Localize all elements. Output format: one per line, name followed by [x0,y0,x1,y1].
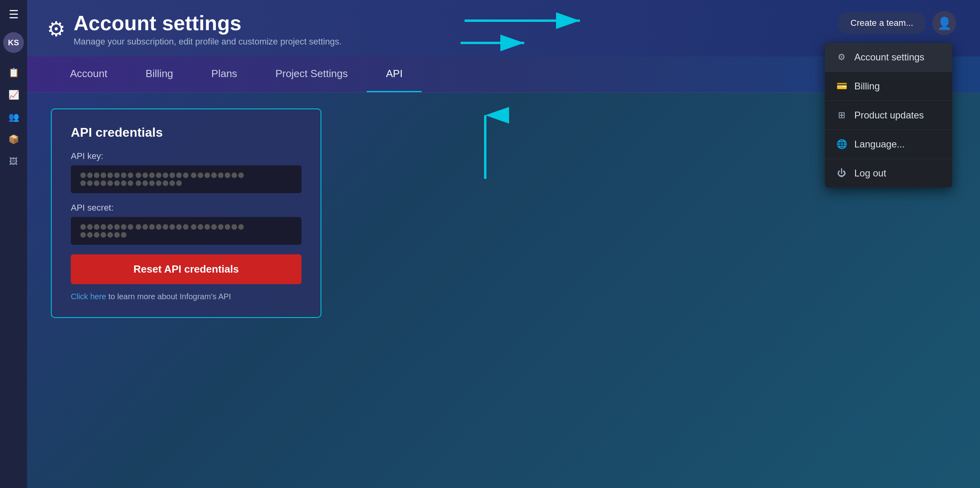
billing-icon: 💳 [836,81,847,91]
api-secret-value [80,224,292,238]
tab-account[interactable]: Account [51,56,126,92]
api-card-title: API credentials [71,125,301,140]
api-credentials-card: API credentials API key: [51,108,321,318]
user-avatar-sidebar[interactable]: KS [3,32,24,53]
sidebar-item-analytics[interactable]: 📈 [5,86,22,104]
dropdown-item-language[interactable]: 🌐 Language... [825,130,952,159]
api-secret-field [71,217,301,245]
tab-plans[interactable]: Plans [192,56,256,92]
api-secret-label: API secret: [71,203,301,213]
logout-icon: ⏻ [836,168,847,178]
page-header: ⚙ Account settings Manage your subscript… [27,0,980,56]
create-team-button[interactable]: Create a team... [838,12,926,34]
tab-billing[interactable]: Billing [126,56,192,92]
sidebar: ☰ KS 📋 📈 👥 📦 🖼 [0,0,27,488]
dropdown-label-account-settings: Account settings [854,52,924,63]
tab-api[interactable]: API [367,56,422,92]
sidebar-item-media[interactable]: 🖼 [5,153,22,170]
header-right: Create a team... 👤 ⚙ Account settings 💳 … [838,11,956,35]
sidebar-item-objects[interactable]: 📦 [5,131,22,148]
dropdown-item-billing[interactable]: 💳 Billing [825,72,952,101]
gear-icon: ⚙ [47,17,66,41]
api-key-value [80,172,292,186]
sidebar-item-inbox[interactable]: 📋 [5,64,22,81]
api-learn-more: Click here to learn more about Infogram'… [71,292,301,301]
language-icon: 🌐 [836,139,847,149]
user-dropdown-menu: ⚙ Account settings 💳 Billing ⊞ Product u… [825,43,952,188]
tab-project-settings[interactable]: Project Settings [256,56,367,92]
dropdown-item-logout[interactable]: ⏻ Log out [825,159,952,188]
header-left: ⚙ Account settings Manage your subscript… [47,11,342,47]
settings-icon: ⚙ [836,52,847,62]
dropdown-item-product-updates[interactable]: ⊞ Product updates [825,101,952,130]
user-icon: 👤 [937,16,952,30]
dropdown-item-account-settings[interactable]: ⚙ Account settings [825,43,952,72]
user-avatar-button[interactable]: 👤 [932,11,956,35]
dropdown-label-billing: Billing [854,81,880,92]
api-learn-more-link[interactable]: Click here [71,292,106,301]
hamburger-menu[interactable]: ☰ [9,8,19,21]
dropdown-label-language: Language... [854,139,905,150]
api-key-field [71,165,301,193]
sidebar-item-team[interactable]: 👥 [5,108,22,126]
header-text: Account settings Manage your subscriptio… [74,11,342,47]
product-updates-icon: ⊞ [836,110,847,120]
dropdown-label-logout: Log out [854,168,886,179]
reset-api-credentials-button[interactable]: Reset API credentials [71,254,301,284]
page-subtitle: Manage your subscription, edit profile a… [74,37,342,47]
main-content: ⚙ Account settings Manage your subscript… [27,0,980,488]
page-title: Account settings [74,11,342,35]
dropdown-label-product-updates: Product updates [854,110,924,121]
api-key-label: API key: [71,151,301,161]
